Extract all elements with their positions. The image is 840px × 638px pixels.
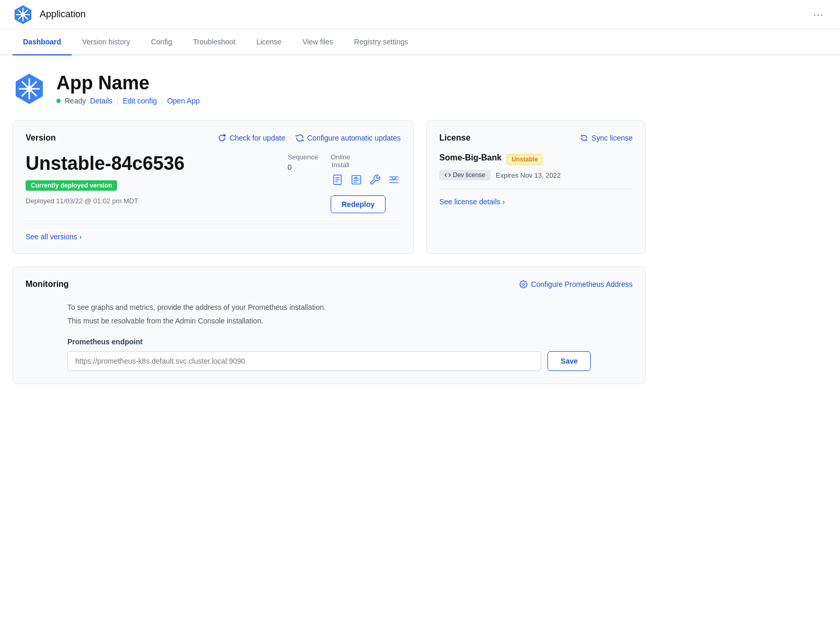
dev-license-badge: Dev license bbox=[439, 170, 491, 180]
license-expiry-row: Dev license Expires Nov 13, 2022 bbox=[439, 170, 633, 180]
status-text: Ready bbox=[65, 97, 86, 105]
svg-point-11 bbox=[26, 86, 32, 92]
app-header: App Name Ready Details | Edit config | O… bbox=[13, 72, 646, 106]
monitoring-title: Monitoring bbox=[26, 280, 69, 289]
sync-license-link[interactable]: Sync license bbox=[580, 134, 633, 142]
app-info: App Name Ready Details | Edit config | O… bbox=[56, 73, 200, 105]
tab-view-files[interactable]: View files bbox=[292, 29, 344, 55]
version-number: Unstable-84c6536 bbox=[26, 153, 275, 174]
header-left: Application bbox=[13, 4, 86, 25]
save-button[interactable]: Save bbox=[547, 351, 591, 371]
configure-auto-updates-link[interactable]: Configure automatic updates bbox=[296, 134, 401, 142]
chevron-right-license-icon: › bbox=[503, 198, 505, 206]
monitoring-desc-2: This must be resolvable from the Admin C… bbox=[67, 315, 591, 327]
tab-config[interactable]: Config bbox=[141, 29, 182, 55]
version-card-header: Version Check for update bbox=[26, 133, 401, 143]
gear-icon bbox=[519, 280, 528, 288]
more-button[interactable]: ⋯ bbox=[809, 6, 827, 23]
configure-auto-label: Configure automatic updates bbox=[307, 134, 401, 142]
sync-icon bbox=[580, 134, 588, 142]
license-name: Some-Big-Bank bbox=[439, 153, 501, 163]
app-title: Application bbox=[40, 9, 86, 20]
refresh-icon bbox=[218, 134, 226, 142]
version-middle: Sequence 0 bbox=[287, 153, 318, 171]
checklist-icon-btn[interactable] bbox=[349, 173, 363, 189]
see-license-label: See license details bbox=[439, 198, 500, 206]
monitoring-desc-1: To see graphs and metrics, provide the a… bbox=[67, 301, 591, 313]
version-card-actions: Check for update Configure automatic upd… bbox=[218, 134, 401, 142]
see-all-versions-link[interactable]: See all versions › bbox=[26, 233, 401, 241]
check-for-update-link[interactable]: Check for update bbox=[218, 134, 285, 142]
sequence-label: Sequence bbox=[287, 153, 318, 161]
yaml-icon bbox=[388, 174, 400, 185]
details-link[interactable]: Details bbox=[90, 97, 112, 105]
license-card: License Sync license Some-Big-Bank Unsta… bbox=[426, 120, 646, 254]
version-icons bbox=[331, 173, 401, 189]
document-icon bbox=[332, 174, 343, 185]
expires-text: Expires Nov 13, 2022 bbox=[496, 171, 561, 179]
version-right: Online Install bbox=[331, 153, 401, 213]
license-card-header: License Sync license bbox=[439, 133, 633, 143]
deployed-badge: Currently deployed version bbox=[26, 180, 117, 191]
release-notes-icon-btn[interactable] bbox=[331, 173, 344, 189]
auto-update-icon bbox=[296, 134, 304, 142]
nav-tabs: Dashboard Version history Config Trouble… bbox=[0, 29, 840, 55]
configure-prometheus-label: Configure Prometheus Address bbox=[531, 280, 633, 288]
svg-rect-24 bbox=[352, 176, 361, 184]
main-content: App Name Ready Details | Edit config | O… bbox=[0, 55, 658, 401]
prometheus-endpoint-input[interactable] bbox=[67, 351, 541, 371]
separator-2: | bbox=[161, 97, 163, 105]
open-app-link[interactable]: Open App bbox=[167, 97, 200, 105]
monitoring-card: Monitoring Configure Prometheus Address … bbox=[13, 266, 646, 384]
svg-point-31 bbox=[522, 283, 524, 285]
app-logo-icon bbox=[13, 4, 33, 25]
version-content: Unstable-84c6536 Currently deployed vers… bbox=[26, 153, 401, 213]
svg-point-1 bbox=[21, 13, 25, 17]
check-update-label: Check for update bbox=[229, 134, 285, 142]
dev-license-label: Dev license bbox=[453, 171, 485, 179]
online-install-label: Online Install bbox=[331, 153, 351, 169]
sync-license-label: Sync license bbox=[591, 134, 633, 142]
checklist-icon bbox=[351, 174, 362, 185]
deployed-time: Deployed 11/03/22 @ 01:02 pm MDT bbox=[26, 197, 275, 205]
sequence-value: 0 bbox=[287, 163, 291, 171]
top-header: Application ⋯ bbox=[0, 0, 840, 29]
version-action-row: See all versions › bbox=[26, 224, 401, 241]
tab-license[interactable]: License bbox=[246, 29, 292, 55]
license-card-actions: Sync license bbox=[580, 134, 633, 142]
see-license-details-link[interactable]: See license details › bbox=[439, 189, 633, 206]
monitoring-body: To see graphs and metrics, provide the a… bbox=[26, 301, 633, 371]
configure-prometheus-link[interactable]: Configure Prometheus Address bbox=[519, 280, 633, 288]
chevron-right-icon: › bbox=[79, 233, 82, 241]
wrench-icon bbox=[369, 174, 381, 185]
tab-dashboard[interactable]: Dashboard bbox=[13, 29, 72, 55]
header-right: ⋯ bbox=[809, 6, 827, 23]
prometheus-input-row: Save bbox=[67, 351, 591, 371]
license-name-row: Some-Big-Bank Unstable bbox=[439, 153, 633, 166]
license-card-title: License bbox=[439, 133, 471, 143]
redeploy-button[interactable]: Redeploy bbox=[331, 195, 386, 213]
monitoring-header: Monitoring Configure Prometheus Address bbox=[26, 280, 633, 289]
status-dot bbox=[56, 99, 61, 103]
code-icon bbox=[445, 172, 451, 178]
separator-1: | bbox=[116, 97, 119, 105]
app-icon bbox=[13, 72, 46, 106]
tab-version-history[interactable]: Version history bbox=[72, 29, 141, 55]
app-name: App Name bbox=[56, 73, 200, 94]
see-all-label: See all versions bbox=[26, 233, 77, 241]
version-left: Unstable-84c6536 Currently deployed vers… bbox=[26, 153, 275, 205]
prometheus-endpoint-label: Prometheus endpoint bbox=[67, 338, 591, 346]
edit-config-link[interactable]: Edit config bbox=[123, 97, 157, 105]
view-yaml-icon-btn[interactable] bbox=[387, 173, 401, 189]
unstable-badge: Unstable bbox=[507, 154, 543, 165]
app-status-row: Ready Details | Edit config | Open App bbox=[56, 97, 200, 105]
tab-troubleshoot[interactable]: Troubleshoot bbox=[182, 29, 246, 55]
config-diff-icon-btn[interactable] bbox=[368, 173, 382, 189]
version-card: Version Check for update bbox=[13, 120, 414, 254]
cards-row: Version Check for update bbox=[13, 120, 646, 254]
version-card-title: Version bbox=[26, 133, 56, 143]
tab-registry-settings[interactable]: Registry settings bbox=[344, 29, 418, 55]
